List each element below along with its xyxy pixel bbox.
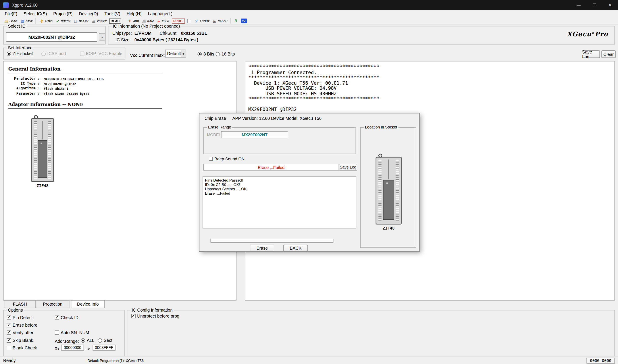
erase-before-checkbox[interactable]: Erase before xyxy=(7,323,37,327)
general-information-rows: Manufactor :MACRONIX INTERNATIONAL CO., … xyxy=(8,77,105,96)
hex-prefix-label: 0x xyxy=(55,346,60,351)
minimize-button[interactable] xyxy=(571,0,586,10)
addr-range-all-radio[interactable]: ALL xyxy=(81,338,94,343)
auto-sn-num-checkbox[interactable]: Auto SN_NUM xyxy=(55,330,89,335)
bits-8-radio[interactable]: 8 Bits xyxy=(197,52,214,56)
menu-select-ic[interactable]: Select IC(S) xyxy=(20,12,50,16)
eraser-icon xyxy=(156,18,161,24)
calculator-icon xyxy=(212,18,217,24)
addr-arrow-label: -> xyxy=(86,346,90,351)
status-counter: 0000 0000 xyxy=(587,358,615,364)
menu-bar: File(F) Select IC(S) Project(P) Device(D… xyxy=(0,10,618,17)
erase-button[interactable]: Erase xyxy=(250,245,274,251)
verify-after-checkbox[interactable]: Verify after xyxy=(7,330,33,335)
toolbar-barcode-button[interactable] xyxy=(186,17,193,24)
toolbar-prog-button[interactable]: PROG. xyxy=(171,17,186,24)
folder-icon xyxy=(3,18,9,24)
toolbar-auto-button[interactable]: AUTO xyxy=(38,17,54,24)
menu-project[interactable]: Project(P) xyxy=(50,12,76,16)
chip-b-icon xyxy=(233,18,238,24)
compare-icon xyxy=(91,18,96,24)
close-button[interactable] xyxy=(602,0,618,10)
chip-type-value: E/PROM xyxy=(134,31,151,35)
toolbar-calcu-button[interactable]: CALCU xyxy=(211,17,228,24)
toolbar-erase-button[interactable]: Erase xyxy=(155,17,170,24)
menu-language[interactable]: Language(L) xyxy=(145,12,176,16)
toolbar-blank-button[interactable]: BLANK xyxy=(72,17,90,24)
toolbar-tv-button[interactable]: TV xyxy=(240,17,248,24)
check-id-checkbox[interactable]: Check ID xyxy=(55,315,79,320)
toolbar-bit-settings-button[interactable] xyxy=(232,17,240,24)
menu-tools[interactable]: Tools(V) xyxy=(101,12,123,16)
icsp-port-radio[interactable]: ICSP port xyxy=(41,51,66,56)
tab-flash[interactable]: FLASH xyxy=(4,300,36,308)
toolbar-load-button[interactable]: LOAD xyxy=(2,17,19,24)
menu-file[interactable]: File(F) xyxy=(1,12,20,16)
menu-device[interactable]: Device(D) xyxy=(76,12,101,16)
toolbar: LOAD SAVE AUTO CHECK BLANK VERIFY READ A… xyxy=(0,17,618,25)
checkbox-mark xyxy=(131,314,136,318)
dialog-title: Chip EraseAPP Version: 12.60 Device Mode… xyxy=(204,116,322,120)
lightning-icon xyxy=(39,18,44,24)
toolbar-verify-button[interactable]: VERIFY xyxy=(90,17,108,24)
socket-lever-icon xyxy=(378,154,382,158)
beep-sound-checkbox[interactable]: Beep Sound ON xyxy=(209,156,244,161)
dip-chip-graphic xyxy=(38,140,47,178)
zif-socket-radio[interactable]: ZIF socket xyxy=(7,51,33,56)
toolbar-check-button[interactable]: CHECK xyxy=(54,17,72,24)
erase-progress-bar xyxy=(210,239,334,243)
vcc-current-dropdown[interactable]: Default xyxy=(165,50,186,57)
pin-detect-checkbox[interactable]: Pin Detect xyxy=(7,315,33,320)
icsp-vcc-checkbox[interactable]: ICSP_VCC Enable xyxy=(80,51,122,56)
menu-help[interactable]: Help(H) xyxy=(123,12,145,16)
checkbox-mark xyxy=(55,330,59,335)
tab-device-info[interactable]: Device.Info xyxy=(71,300,105,308)
options-legend: Options xyxy=(7,308,24,312)
radio-mark xyxy=(215,52,220,56)
addr-range-sect-radio[interactable]: Sect xyxy=(98,338,112,343)
dialog-save-log-button[interactable]: Save Log xyxy=(339,164,357,170)
select-ic-group: Select IC MX29F002NT @DIP32 xyxy=(3,26,106,45)
location-in-socket-group: Location in Socket ZIF48 xyxy=(360,127,416,248)
clear-button[interactable]: Clear xyxy=(601,51,616,58)
toolbar-about-button[interactable]: ABOUT xyxy=(192,17,211,24)
toolbar-read-button[interactable]: READ xyxy=(108,17,122,24)
tab-protection[interactable]: Protection xyxy=(36,300,69,308)
toolbar-separator xyxy=(36,18,36,24)
chksum-label: ChkSum: xyxy=(160,31,177,35)
unprotect-before-prog-checkbox[interactable]: Unprotect before prog xyxy=(131,313,179,318)
minimize-icon xyxy=(577,5,581,5)
toolbar-ram-button[interactable]: RAM xyxy=(140,17,155,24)
addr-to-input[interactable] xyxy=(93,345,116,351)
ic-size-value: 0x40000 Bytes ( 262144 Bytes ) xyxy=(134,37,198,42)
xgecu-pro-logo: XGecu®Pro xyxy=(567,30,608,38)
save-log-button[interactable]: Save Log xyxy=(582,51,600,58)
bits-16-radio[interactable]: 16 Bits xyxy=(215,52,235,56)
checkbox-mark xyxy=(7,315,11,320)
chevron-down-icon xyxy=(181,50,186,57)
blank-check-checkbox[interactable]: Blank Check xyxy=(7,345,37,350)
select-ic-legend: Select IC xyxy=(7,24,27,28)
toolbar-save-button[interactable]: SAVE xyxy=(18,17,34,24)
radio-mark xyxy=(7,51,11,56)
socket-label: ZIF48 xyxy=(31,183,54,188)
checkbox-mark xyxy=(209,157,213,161)
ic-select-dropdown-button[interactable] xyxy=(99,33,105,41)
info-row: Manufactor :MACRONIX INTERNATIONAL CO., … xyxy=(8,77,105,81)
radio-mark xyxy=(98,338,102,343)
addr-from-input[interactable] xyxy=(61,345,84,351)
toolbar-add-button[interactable]: ADD xyxy=(126,17,140,24)
status-programmer: Default Programmer(1): XGecu T56 xyxy=(87,359,144,363)
socket-label: ZIF48 xyxy=(376,226,402,230)
back-button[interactable]: BACK xyxy=(283,245,308,251)
checkbox-mark xyxy=(7,338,11,343)
adapter-information-heading: Adapter Information -- NONE xyxy=(8,102,162,109)
skip-blank-checkbox[interactable]: Skip Blank xyxy=(7,338,33,343)
ic-config-legend: IC Config Information xyxy=(131,308,174,312)
window-controls xyxy=(571,0,618,10)
status-bar: Ready Default Programmer(1): XGecu T56 0… xyxy=(0,356,618,364)
maximize-button[interactable] xyxy=(587,0,602,10)
info-row: ALgorithm :Flash 8bits-1 xyxy=(8,86,105,91)
ic-select-combobox[interactable]: MX29F002NT @DIP32 xyxy=(6,32,97,42)
zif-socket-graphic xyxy=(376,154,402,225)
